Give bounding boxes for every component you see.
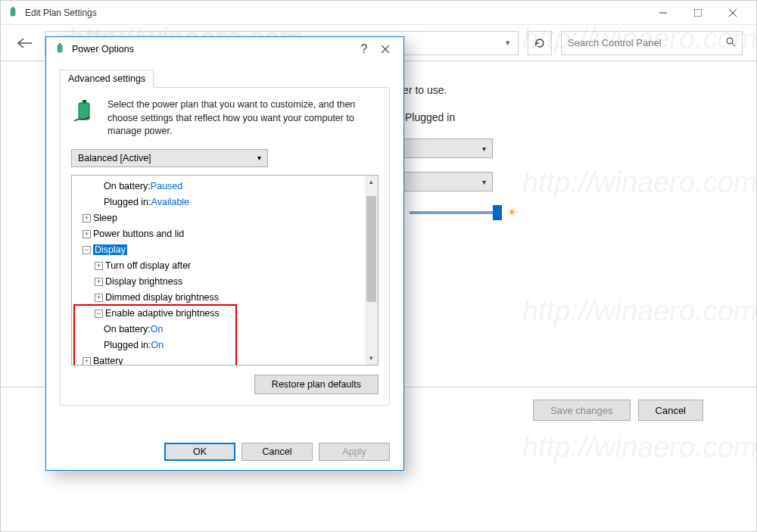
search-input[interactable]: Search Control Panel [561,31,743,55]
plan-selected-value: Balanced [Active] [78,153,151,163]
expand-icon[interactable]: + [95,278,103,286]
value-link[interactable]: Available [151,197,190,207]
chevron-down-icon: ▾ [482,178,486,186]
tab-panel: Select the power plan that you want to c… [60,87,390,406]
svg-rect-3 [694,9,702,17]
value-link[interactable]: On [151,324,164,334]
plugged-in-header: Plugged in [379,111,696,123]
plugged-in-label: Plugged in [405,111,455,123]
app-icon [7,7,19,19]
brightness-slider[interactable] [410,211,500,214]
tree-item-pluggedin[interactable]: Plugged in: Available [73,194,376,210]
power-plan-dropdown[interactable]: Balanced [Active] ▾ [71,149,268,167]
search-icon [725,36,736,49]
svg-point-6 [727,38,733,44]
tree-item-adaptive-pluggedin[interactable]: Plugged in: On [73,338,376,353]
tree-item-adaptive-onbattery[interactable]: On battery: On [73,322,376,338]
svg-rect-13 [83,100,86,103]
dialog-close-button[interactable] [375,40,396,58]
battery-plug-icon [71,98,98,138]
collapse-icon[interactable]: − [95,310,103,318]
power-options-dialog: Power Options ? Advanced settings Select… [45,36,404,471]
scroll-up-button[interactable]: ▴ [365,176,378,188]
instruction-text: mputer to use. [379,84,696,96]
scroll-thumb[interactable] [366,196,376,302]
tree-item-turn-off-display[interactable]: +Turn off display after [73,258,376,274]
value-link[interactable]: Paused [151,181,182,191]
refresh-button[interactable] [528,31,552,55]
scroll-down-button[interactable]: ▾ [365,352,378,365]
close-button[interactable] [715,2,750,23]
apply-button[interactable]: Apply [319,443,390,461]
dialog-cancel-button[interactable]: Cancel [241,443,313,461]
brightness-slider-row: ☀ ☼ ☀ [379,205,696,219]
tree-item-battery[interactable]: +Battery [73,353,376,366]
maximize-button[interactable] [681,2,715,23]
ok-button[interactable]: OK [164,443,235,461]
expand-icon[interactable]: + [83,230,91,238]
tree-item-sleep[interactable]: +Sleep [73,210,376,226]
save-changes-button[interactable]: Save changes [533,400,630,421]
help-button[interactable]: ? [354,40,375,58]
back-button[interactable] [14,33,36,54]
chevron-down-icon: ▾ [257,154,261,162]
titlebar: Edit Plan Settings [1,1,756,25]
chevron-down-icon: ▾ [482,145,486,153]
svg-rect-9 [59,43,61,45]
svg-rect-12 [79,103,89,120]
tree-item-display-brightness[interactable]: +Display brightness [73,274,376,290]
dialog-title: Power Options [72,44,354,54]
expand-icon[interactable]: + [83,214,91,222]
svg-rect-1 [12,7,14,8]
tree-item-dimmed-brightness[interactable]: +Dimmed display brightness [73,290,376,306]
intro-text: Select the power plan that you want to c… [107,98,378,138]
collapse-icon[interactable]: − [83,246,91,254]
slider-thumb[interactable] [493,205,502,220]
dialog-titlebar[interactable]: Power Options ? [46,37,403,61]
minimize-button[interactable] [646,2,681,23]
tab-advanced-settings[interactable]: Advanced settings [60,70,154,88]
cancel-button[interactable]: Cancel [638,400,703,421]
expand-icon[interactable]: + [83,357,91,366]
tree-item-onbattery[interactable]: On battery: Paused [73,179,376,194]
expand-icon[interactable]: + [95,262,103,270]
value-link[interactable]: On [151,340,164,350]
search-placeholder: Search Control Panel [568,37,662,48]
svg-rect-8 [58,45,62,52]
restore-defaults-button[interactable]: Restore plan defaults [254,375,378,394]
expand-icon[interactable]: + [95,294,103,302]
settings-tree[interactable]: On battery: Paused Plugged in: Available… [71,175,378,366]
scrollbar[interactable]: ▴ ▾ [365,176,378,365]
sun-large-icon: ☀ [506,205,517,219]
svg-rect-0 [11,8,15,16]
window-title: Edit Plan Settings [25,8,646,18]
tree-item-power-buttons[interactable]: +Power buttons and lid [73,226,376,242]
tree-item-adaptive-brightness[interactable]: −Enable adaptive brightness [73,306,376,322]
chevron-down-icon: ▾ [506,38,510,48]
scroll-track[interactable] [365,188,378,352]
tree-item-display[interactable]: −Display [73,242,376,258]
selected-label: Display [93,244,127,255]
power-options-icon [54,43,66,55]
dialog-footer: OK Cancel Apply [164,443,390,461]
svg-line-7 [732,43,735,46]
